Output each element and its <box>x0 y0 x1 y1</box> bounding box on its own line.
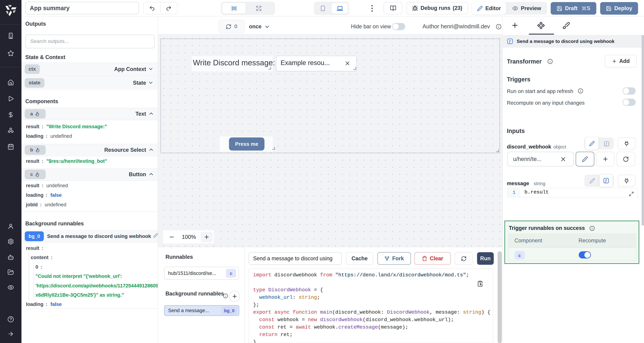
svg-text:ƒ: ƒ <box>605 179 607 182</box>
svg-text:ƒ: ƒ <box>605 142 607 146</box>
svg-text:ƒ: ƒ <box>509 39 511 44</box>
